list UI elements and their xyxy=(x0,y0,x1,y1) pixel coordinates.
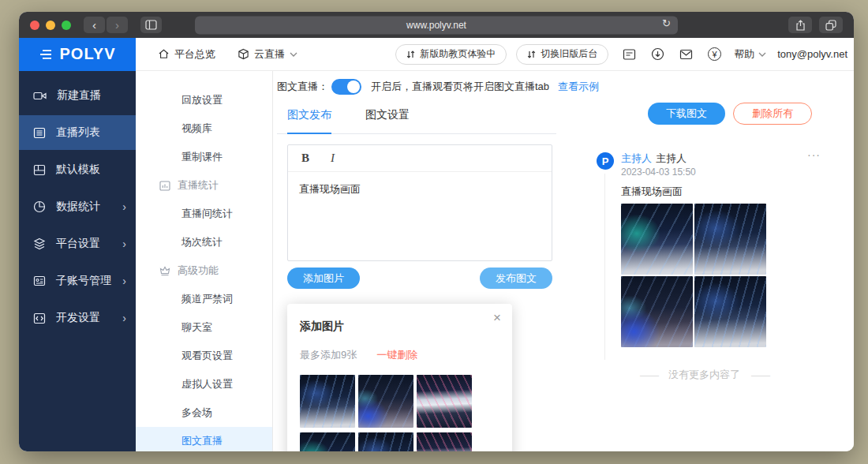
nav-platform-overview[interactable]: 平台总览 xyxy=(158,47,215,62)
submenu-item-video-library[interactable]: 视频库 xyxy=(136,114,272,143)
menu-icon xyxy=(39,50,52,59)
sidebar-item-subaccount[interactable]: 子账号管理 › xyxy=(19,264,136,298)
finance-icon[interactable]: ¥ xyxy=(708,47,721,61)
post-photo[interactable] xyxy=(694,204,766,275)
modal-photo-grid xyxy=(300,375,499,451)
sidebar-item-label: 子账号管理 xyxy=(56,274,111,288)
share-button[interactable] xyxy=(788,17,812,33)
sidebar-item-dev-settings[interactable]: 开发设置 › xyxy=(19,301,136,335)
minimize-window-button[interactable] xyxy=(46,21,55,30)
swap-arrows-icon xyxy=(406,50,415,59)
sidebar-item-live-list[interactable]: 直播列表 xyxy=(19,115,136,150)
top-nav: POLYV 平台总览 云直播 xyxy=(19,38,854,71)
submenu-item-remake-courseware[interactable]: 重制课件 xyxy=(136,143,272,171)
sidebar-item-label: 数据统计 xyxy=(56,200,100,214)
list-icon xyxy=(33,127,46,139)
rich-text-editor[interactable]: B I 直播现场画面 xyxy=(287,144,552,261)
browser-back-button[interactable]: ‹ xyxy=(84,17,105,33)
polyv-logo[interactable]: POLYV xyxy=(19,38,136,71)
submenu-item-room-stats[interactable]: 直播间统计 xyxy=(136,200,272,228)
bold-button[interactable]: B xyxy=(301,152,309,165)
close-window-button[interactable] xyxy=(30,21,39,30)
swap-arrows-icon xyxy=(527,50,536,59)
avatar: P xyxy=(597,152,614,170)
account-email[interactable]: tony@polyv.net xyxy=(777,48,847,60)
home-icon xyxy=(158,48,170,60)
timeline-divider xyxy=(604,174,605,360)
post-content: 直播现场画面 xyxy=(621,185,854,199)
toggle-description: 开启后，直播观看页将开启图文直播tab xyxy=(371,80,549,94)
post-photo[interactable] xyxy=(694,276,766,347)
submenu-item-image-text-live[interactable]: 图文直播 xyxy=(136,427,272,451)
feed-panel: 下载图文 删除所有 P 主持人主持人 ··· 2023-04-03 15:50 … xyxy=(555,71,854,382)
more-options-icon[interactable]: ··· xyxy=(807,149,821,161)
sidebar-item-default-template[interactable]: 默认模板 xyxy=(19,152,136,187)
nav-cloud-live[interactable]: 云直播 xyxy=(238,47,297,62)
delete-all-button[interactable]: 删除所有 xyxy=(733,103,812,125)
editor-toolbar: B I xyxy=(288,145,552,172)
modal-photo[interactable] xyxy=(358,432,413,451)
add-image-button[interactable]: 添加图片 xyxy=(287,268,360,289)
sidebar-item-data-stats[interactable]: 数据统计 › xyxy=(19,189,136,224)
post-photo[interactable] xyxy=(621,276,693,347)
tabs-button[interactable] xyxy=(819,17,843,33)
submenu-item-chatroom[interactable]: 聊天室 xyxy=(136,313,272,342)
post-photo[interactable] xyxy=(621,204,693,275)
bar-chart-icon xyxy=(159,181,170,191)
camera-icon xyxy=(33,90,47,102)
content-tabs: 图文发布 图文设置 xyxy=(277,108,556,134)
modal-photo[interactable] xyxy=(358,375,413,428)
help-menu[interactable]: 帮助 xyxy=(734,47,766,62)
refresh-icon[interactable]: ↻ xyxy=(662,17,671,28)
editor-content[interactable]: 直播现场画面 xyxy=(288,172,552,207)
zoom-window-button[interactable] xyxy=(62,21,71,30)
traffic-lights xyxy=(30,21,71,30)
modal-photo[interactable] xyxy=(417,432,472,451)
news-icon[interactable] xyxy=(623,48,636,61)
submenu-item-session-stats[interactable]: 场次统计 xyxy=(136,228,272,256)
download-icon[interactable] xyxy=(651,47,664,61)
publish-button[interactable]: 发布图文 xyxy=(480,268,552,289)
crown-icon xyxy=(159,266,170,276)
sidebar-item-platform-settings[interactable]: 平台设置 › xyxy=(19,226,136,261)
browser-sidebar-button[interactable] xyxy=(140,17,162,33)
no-more-content: —— 没有更多内容了 —— xyxy=(555,368,854,382)
share-icon xyxy=(795,20,806,31)
clear-all-link[interactable]: 一键删除 xyxy=(376,348,417,362)
submenu-item-virtual-human[interactable]: 虚拟人设置 xyxy=(136,370,272,399)
nav-overview-label: 平台总览 xyxy=(174,47,215,62)
modal-photo[interactable] xyxy=(417,375,472,428)
chevron-down-icon xyxy=(758,52,766,57)
submenu-item-multi-venue[interactable]: 多会场 xyxy=(136,399,272,427)
author-role: 主持人 xyxy=(621,152,652,164)
author-name: 主持人 xyxy=(656,152,687,164)
pie-chart-icon xyxy=(33,200,46,213)
main-content: 图文直播： 开启后，直播观看页将开启图文直播tab 查看示例 图文发布 图文设置… xyxy=(273,71,854,451)
feed-post: P 主持人主持人 ··· 2023-04-03 15:50 直播现场画面 xyxy=(597,152,854,347)
url-bar[interactable]: www.polyv.net ↻ xyxy=(195,16,678,34)
cube-icon xyxy=(238,48,249,60)
download-image-text-button[interactable]: 下载图文 xyxy=(648,103,725,125)
secondary-sidebar: 回放设置 视频库 重制课件 直播统计 直播间统计 场次统计 高级功 xyxy=(136,71,273,451)
close-icon[interactable]: × xyxy=(493,310,501,326)
italic-button[interactable]: I xyxy=(331,152,335,165)
max-images-label: 最多添加9张 xyxy=(300,348,357,362)
new-assistant-pill-button[interactable]: 新版助教页体验中 xyxy=(395,44,507,65)
modal-photo[interactable] xyxy=(300,432,355,451)
submenu-item-banned-words[interactable]: 频道严禁词 xyxy=(136,285,272,313)
browser-chrome: ‹ › www.polyv.net ↻ xyxy=(19,12,854,38)
submenu-item-watch-page[interactable]: 观看页设置 xyxy=(136,342,272,370)
image-text-live-toggle[interactable] xyxy=(331,79,361,95)
submenu-section-live-stats: 直播统计 xyxy=(136,171,272,200)
url-text: www.polyv.net xyxy=(406,20,466,31)
switch-old-console-pill-button[interactable]: 切换旧版后台 xyxy=(516,44,608,65)
tab-image-text-publish[interactable]: 图文发布 xyxy=(287,108,331,134)
browser-forward-button[interactable]: › xyxy=(107,17,128,33)
sidebar-item-new-live[interactable]: 新建直播 xyxy=(19,78,136,113)
modal-photo[interactable] xyxy=(300,375,355,428)
template-icon xyxy=(33,164,46,176)
mail-icon[interactable] xyxy=(679,49,693,60)
help-label: 帮助 xyxy=(734,47,754,62)
tab-image-text-settings[interactable]: 图文设置 xyxy=(365,108,410,133)
submenu-item-playback[interactable]: 回放设置 xyxy=(136,86,272,114)
